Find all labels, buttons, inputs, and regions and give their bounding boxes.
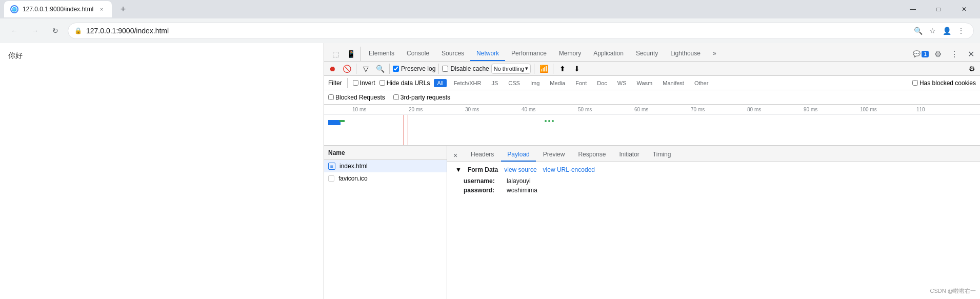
omnibox[interactable]: 🔒 127.0.0.1:9000/index.html 🔍 ☆ 👤 ⋮ [68,23,974,39]
devtools-panel: ⬚ 📱 Elements Console Sources Network Per… [324,43,980,299]
tab-close-button[interactable]: × [97,5,106,13]
maximize-button[interactable]: □ [927,1,950,17]
address-bar: ← → ↻ 🔒 127.0.0.1:9000/index.html 🔍 ☆ 👤 … [0,18,980,43]
filter-wasm[interactable]: Wasm [634,79,656,87]
throttle-select[interactable]: No throttling ▾ [491,64,531,74]
tab-sources[interactable]: Sources [435,47,470,61]
form-key-password: password: [464,187,505,194]
window-controls: — □ ✕ [901,1,976,17]
html-file-icon: ≡ [328,163,335,170]
filter-bar: Filter Invert Hide data URLs All Fetch/X… [324,76,980,90]
lock-icon: 🔒 [74,27,82,34]
filter-font[interactable]: Font [572,79,590,87]
det-tab-timing[interactable]: Timing [647,148,677,162]
title-bar: 🌐 127.0.0.1:9000/index.html × + — □ ✕ [0,0,980,18]
devtools-tabs: ⬚ 📱 Elements Console Sources Network Per… [324,43,980,62]
filter-icon[interactable]: ▽ [359,63,372,75]
wifi-icon[interactable]: 📶 [537,63,550,75]
tab-performance[interactable]: Performance [505,47,553,61]
filter-fetch-xhr[interactable]: Fetch/XHR [451,79,485,87]
det-tab-response[interactable]: Response [572,148,612,162]
filter-doc[interactable]: Doc [594,79,610,87]
import-button[interactable]: ⬆ [556,63,569,75]
filter-all[interactable]: All [434,79,446,87]
export-button[interactable]: ⬇ [571,63,583,75]
det-tab-initiator[interactable]: Initiator [613,148,645,162]
devtools-settings-icon[interactable]: ⚙ [966,63,978,75]
device-toolbar-icon[interactable]: 📱 [344,47,358,61]
det-tab-headers[interactable]: Headers [465,148,500,162]
element-selector-icon[interactable]: ⬚ [328,47,343,61]
filter-manifest[interactable]: Manifest [659,79,687,87]
tab-application[interactable]: Application [587,47,630,61]
record-button[interactable]: ⏺ [326,63,338,75]
view-source-link[interactable]: view source [504,166,536,173]
filter-js[interactable]: JS [488,79,501,87]
invert-checkbox[interactable]: Invert [353,79,375,87]
tab-network[interactable]: Network [470,47,505,61]
preserve-log-checkbox[interactable]: Preserve log [393,65,435,72]
filter-ws[interactable]: WS [614,79,630,87]
det-tab-preview[interactable]: Preview [537,148,571,162]
tab-security[interactable]: Security [630,47,664,61]
page-content: 你好 [0,43,324,299]
watermark: CSDN @啦啦右一 [930,287,976,295]
devtools-settings-button[interactable]: ⚙ [931,47,945,61]
back-button[interactable]: ← [6,23,23,39]
toolbar-separator-4 [534,64,534,74]
filter-img[interactable]: Img [527,79,543,87]
forward-button[interactable]: → [27,23,43,39]
third-party-checkbox[interactable]: 3rd-party requests [393,94,450,101]
filter-label: Filter [328,79,342,87]
filter-css[interactable]: CSS [505,79,523,87]
tab-memory[interactable]: Memory [553,47,587,61]
minimize-button[interactable]: — [901,1,925,17]
det-tab-payload[interactable]: Payload [501,148,535,162]
file-list: Name ≡ index.html favicon.ico [324,146,447,299]
form-data-header: ▼ Form Data view source view URL-encoded [455,166,972,173]
invert-label: Invert [360,79,375,87]
disable-cache-label: Disable cache [450,65,489,72]
blocked-requests-checkbox[interactable]: Blocked Requests [328,94,385,101]
preserve-log-label: Preserve log [401,65,435,72]
third-party-label: 3rd-party requests [401,94,450,101]
filter-sep [347,78,348,88]
new-tab-button[interactable]: + [116,2,130,16]
file-item-index-html[interactable]: ≡ index.html [324,160,447,172]
timeline-mark-100: 100 ms [860,107,877,112]
close-button[interactable]: ✕ [952,1,976,17]
file-name-index-html: index.html [339,163,368,170]
hide-data-urls-label: Hide data URLs [387,79,430,87]
profile-icon[interactable]: 👤 [941,25,953,37]
filter-media[interactable]: Media [547,79,568,87]
tab-more[interactable]: » [707,47,723,61]
search-icon[interactable]: 🔍 [374,63,386,75]
form-data-toggle[interactable]: ▼ [455,166,462,173]
browser-tab[interactable]: 🌐 127.0.0.1:9000/index.html × [4,1,112,17]
toolbar-separator-2 [389,64,390,74]
tab-lighthouse[interactable]: Lighthouse [664,47,707,61]
tab-console[interactable]: Console [401,47,435,61]
file-list-header: Name [324,146,447,160]
filter-other[interactable]: Other [691,79,712,87]
form-row-password: password: woshimima [455,187,972,194]
hide-data-urls-checkbox[interactable]: Hide data URLs [379,79,430,87]
clear-button[interactable]: 🚫 [341,63,353,75]
disable-cache-checkbox[interactable]: Disable cache [442,65,489,72]
toolbar-separator-5 [553,64,553,74]
file-item-favicon[interactable]: favicon.ico [324,172,447,185]
devtools-more-button[interactable]: ⋮ [947,47,962,61]
tab-favicon: 🌐 [10,5,18,13]
tab-elements[interactable]: Elements [363,47,401,61]
form-row-username: username: lalayouyi [455,177,972,185]
detail-close-button[interactable]: × [449,149,462,162]
timeline-vline-2 [408,115,408,146]
search-icon[interactable]: 🔍 [912,25,924,37]
ico-file-icon [328,175,334,182]
refresh-button[interactable]: ↻ [47,23,64,39]
menu-icon[interactable]: ⋮ [955,25,967,37]
devtools-close-button[interactable]: ✕ [964,47,978,61]
bookmark-icon[interactable]: ☆ [926,25,938,37]
view-url-encoded-link[interactable]: view URL-encoded [543,166,595,173]
has-blocked-cookies-checkbox[interactable]: Has blocked cookies [912,79,976,87]
